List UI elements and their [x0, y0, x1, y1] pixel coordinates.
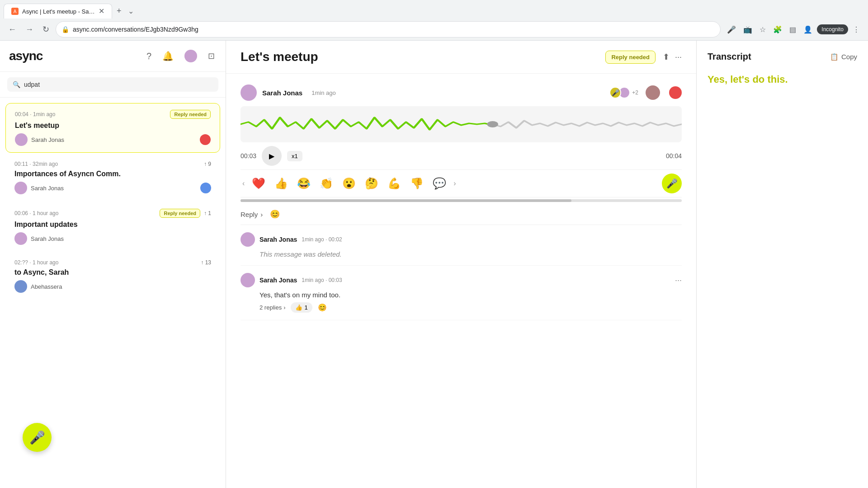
- comment-more-button[interactable]: ···: [675, 276, 682, 285]
- add-reaction-button[interactable]: 😊: [318, 303, 327, 312]
- tab-overflow-button[interactable]: ⌄: [126, 5, 136, 17]
- bookmark-button[interactable]: ☆: [757, 23, 769, 37]
- conv-footer: Sarah Jonas: [14, 232, 211, 245]
- author-time: 1min ago: [311, 89, 335, 96]
- tab-bar: A Async | Let's meetup - Sarah Jon... ✕ …: [0, 0, 868, 19]
- conversation-item[interactable]: 02:?? · 1 hour ago ↑ 13 to Async, Sarah …: [5, 253, 220, 299]
- main-content: Let's meetup Reply needed ⬆ ··· Sarah Jo…: [226, 41, 696, 488]
- message-author-row: Sarah Jonas 1min ago 🎤 +2: [241, 84, 682, 101]
- reaction-heart[interactable]: ❤️: [248, 174, 269, 192]
- conv-time: 00:11 · 32min ago: [14, 161, 58, 167]
- comment-text-deleted: This message was deleted.: [259, 250, 682, 258]
- reactions-scroll-left[interactable]: ‹: [241, 178, 246, 189]
- microphone-button[interactable]: 🎤: [724, 23, 739, 37]
- comment-author: Sarah Jonas: [259, 236, 297, 243]
- reaction-laugh[interactable]: 😂: [293, 174, 314, 192]
- comment-header: Sarah Jonas 1min ago · 00:03 ···: [241, 273, 682, 287]
- unread-indicator: [200, 183, 211, 193]
- reload-button[interactable]: ↻: [40, 22, 52, 37]
- unread-indicator: [200, 134, 211, 145]
- url-bar[interactable]: 🔒 async.com/conversations/EJgb3Nzd9Gw3hg: [56, 21, 721, 38]
- conv-title: Importances of Asyncn Comm.: [14, 170, 211, 178]
- reply-needed-main-badge: Reply needed: [605, 51, 656, 64]
- conv-title: to Async, Sarah: [14, 268, 211, 277]
- replies-count: 2 replies: [259, 304, 282, 311]
- reaction-count: 1: [304, 304, 307, 311]
- copy-button[interactable]: 📋 Copy: [830, 53, 857, 61]
- progress-bar[interactable]: [241, 199, 682, 202]
- author-avatar: [241, 84, 257, 101]
- cast-button[interactable]: 📺: [741, 23, 755, 37]
- reactions-scroll-right[interactable]: ›: [452, 178, 458, 189]
- reaction-wow[interactable]: 😮: [339, 174, 359, 192]
- reply-actions: Reply › 😊: [241, 209, 682, 219]
- sidebar-button[interactable]: ▤: [787, 23, 799, 37]
- conv-avatar: Abehassera: [14, 280, 62, 293]
- conversation-item[interactable]: 00:06 · 1 hour ago Reply needed ↑ 1 Impo…: [5, 202, 220, 251]
- notifications-button[interactable]: 🔔: [160, 49, 175, 63]
- browser-actions: 🎤 📺 ☆ 🧩 ▤ 👤 Incognito ⋮: [724, 23, 863, 37]
- author-name: Sarah Jonas: [262, 89, 302, 97]
- help-button[interactable]: ?: [145, 49, 153, 63]
- reaction-thumbsup[interactable]: 👍: [271, 174, 292, 192]
- current-time: 00:03: [241, 152, 256, 160]
- conv-avatar: Sarah Jonas: [14, 182, 64, 194]
- transcript-header: Transcript 📋 Copy: [708, 52, 857, 62]
- conv-meta: 00:04 · 1min ago Reply needed: [15, 110, 211, 119]
- more-options-button[interactable]: ···: [675, 52, 682, 62]
- emoji-reply-button[interactable]: 😊: [270, 209, 280, 219]
- reaction-thumbsdown[interactable]: 👎: [406, 174, 427, 192]
- sidebar: async ? 🔔 ⊡ 🔍 00:04 · 1min ago Rep: [0, 41, 226, 488]
- conv-title: Important updates: [14, 221, 211, 229]
- reaction-think[interactable]: 🤔: [361, 174, 382, 192]
- conv-meta: 00:06 · 1 hour ago Reply needed ↑ 1: [14, 209, 211, 218]
- share-button[interactable]: ⬆: [663, 52, 670, 62]
- comment-avatar: [241, 232, 255, 247]
- url-text: async.com/conversations/EJgb3Nzd9Gw3hg: [73, 26, 715, 33]
- conversation-item[interactable]: 00:04 · 1min ago Reply needed Let's meet…: [5, 103, 220, 153]
- reaction-emoji: 👍: [295, 304, 302, 311]
- conversation-item[interactable]: 00:11 · 32min ago ↑ 9 Importances of Asy…: [5, 155, 220, 201]
- avatar-name: Sarah Jonas: [31, 136, 64, 143]
- conv-avatar: Sarah Jonas: [15, 133, 64, 146]
- progress-bar-container: [241, 197, 682, 204]
- browser-chrome: A Async | Let's meetup - Sarah Jon... ✕ …: [0, 0, 868, 41]
- comment-time: 1min ago · 00:02: [302, 236, 342, 243]
- tab-close-btn[interactable]: ✕: [99, 8, 104, 15]
- reaction-muscle[interactable]: 💪: [384, 174, 405, 192]
- audio-section: 00:03 ▶ x1 00:04 ‹ ❤️ 👍 😂 👏 😮 🤔 💪 👎: [241, 106, 682, 320]
- copy-label: Copy: [841, 53, 857, 61]
- new-tab-button[interactable]: +: [113, 5, 125, 18]
- back-button[interactable]: ←: [5, 22, 19, 37]
- tab-favicon: A: [11, 8, 19, 15]
- conv-footer: Sarah Jonas: [14, 182, 211, 194]
- forward-button[interactable]: →: [23, 22, 36, 37]
- comment-author: Sarah Jonas: [259, 277, 297, 284]
- conv-meta: 00:11 · 32min ago ↑ 9: [14, 161, 211, 167]
- conv-footer: Abehassera: [14, 280, 211, 293]
- reaction-clap[interactable]: 👏: [316, 174, 337, 192]
- conv-time: 02:?? · 1 hour ago: [14, 259, 58, 266]
- reaction-count-button[interactable]: 👍 1: [291, 302, 312, 313]
- app: async ? 🔔 ⊡ 🔍 00:04 · 1min ago Rep: [0, 41, 868, 488]
- waveform-svg: [241, 106, 682, 142]
- reaction-bubble[interactable]: 💬: [429, 174, 450, 192]
- conversation-title: Let's meetup: [241, 50, 598, 64]
- reply-button[interactable]: Reply ›: [241, 211, 263, 218]
- menu-button[interactable]: ⋮: [850, 23, 863, 37]
- waveform-container[interactable]: [241, 106, 682, 142]
- comment-avatar: [241, 273, 255, 287]
- extensions-button[interactable]: 🧩: [770, 23, 785, 37]
- transcript-title: Transcript: [708, 52, 825, 62]
- profile-button[interactable]: 👤: [801, 23, 815, 37]
- mic-reaction-button[interactable]: 🎤: [662, 174, 682, 193]
- replies-button[interactable]: 2 replies ›: [259, 304, 285, 311]
- collapse-sidebar-button[interactable]: ⊡: [206, 49, 217, 63]
- conv-title: Let's meetup: [15, 122, 211, 130]
- recording-fab[interactable]: 🎤: [23, 423, 52, 452]
- active-tab[interactable]: A Async | Let's meetup - Sarah Jon... ✕: [4, 4, 112, 19]
- speed-button[interactable]: x1: [287, 151, 302, 161]
- profile-avatar-button[interactable]: [183, 48, 199, 64]
- search-input[interactable]: [24, 81, 213, 88]
- play-button[interactable]: ▶: [262, 146, 282, 166]
